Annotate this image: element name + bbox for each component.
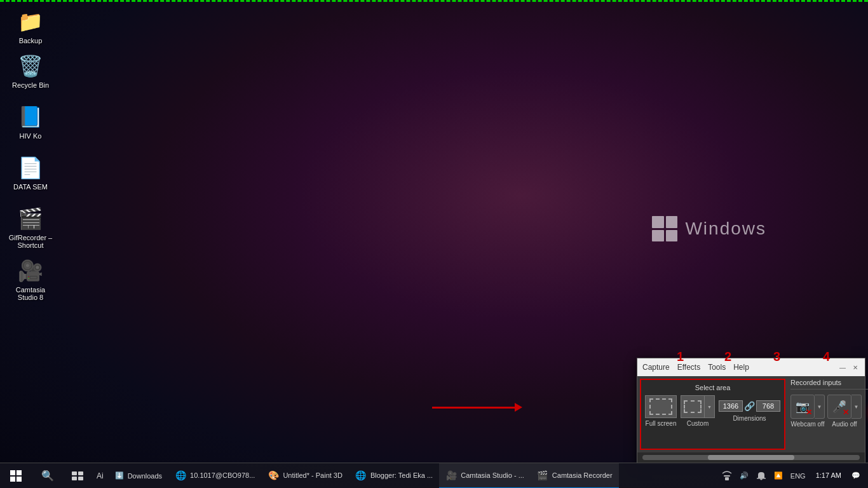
download-icon: ⬇️ — [115, 471, 124, 480]
height-input[interactable] — [756, 400, 780, 412]
taskbar-search-button[interactable]: 🔍 — [32, 463, 64, 489]
taskbar-app-camtasia-recorder[interactable]: 🎬 Camtasia Recorder — [531, 463, 619, 489]
network-icon[interactable] — [719, 463, 735, 489]
search-icon: 🔍 — [41, 470, 54, 482]
webcam-off-mark: ✕ — [806, 409, 812, 416]
webcam-label: Webcam off — [791, 421, 825, 428]
ie-label: 10.1017@CBO978... — [190, 471, 255, 479]
blogger-label: Blogger: Tedi Eka ... — [370, 471, 433, 479]
select-area-section: Select area Full screen — [640, 379, 785, 450]
start-button[interactable] — [0, 463, 32, 489]
downloads-label: Downloads — [128, 472, 162, 480]
windows-logo-text: Windows — [685, 219, 766, 239]
volume-icon[interactable]: 🔊 — [737, 463, 751, 489]
data-sem-icon: 📄 — [18, 155, 43, 180]
system-clock[interactable]: 1:17 AM — [811, 463, 846, 489]
svg-rect-6 — [757, 478, 766, 479]
fullscreen-label: Full screen — [646, 420, 677, 427]
desktop-icon-camtasia[interactable]: 🎥 Camtasia Studio 8 — [5, 255, 56, 304]
window-controls: — ✕ — [838, 363, 860, 372]
gif-recorder-label: GifRecorder – Shortcut — [8, 234, 53, 249]
record-btn-section: rec — [864, 395, 868, 427]
system-tray: 🔊 🔼 ENG 1:17 AM 💬 — [714, 463, 868, 489]
svg-rect-0 — [72, 471, 77, 475]
desktop-icon-gif-recorder[interactable]: 🎬 GifRecorder – Shortcut — [5, 203, 56, 252]
svg-rect-2 — [72, 477, 77, 480]
webcam-button[interactable]: 📷 ✕ — [790, 395, 815, 419]
inputs-row: 📷 ✕ ▼ Webcam off 🎤 ✕ — [790, 395, 868, 428]
taskbar-app-camtasia-studio[interactable]: 🎥 Camtasia Studio - ... — [439, 463, 531, 489]
svg-rect-4 — [725, 477, 729, 480]
hiv-ko-icon: 📘 — [18, 104, 43, 130]
camtasia-studio-icon: 🎥 — [445, 470, 457, 481]
ai-button[interactable]: Ai — [92, 463, 109, 489]
taskbar-app-blogger[interactable]: 🌐 Blogger: Tedi Eka ... — [349, 463, 439, 489]
windows-logo-icon — [652, 216, 677, 241]
ai-label: Ai — [97, 471, 104, 480]
audio-group: 🎤 ✕ ▼ Audio off — [827, 395, 862, 428]
webcam-dropdown-button[interactable]: ▼ — [815, 395, 825, 419]
desktop-icon-hiv-ko[interactable]: 📘 HIV Ko — [5, 102, 56, 142]
top-border — [0, 0, 868, 4]
close-button[interactable]: ✕ — [851, 363, 860, 372]
recorder-menus: Capture Effects Tools Help — [642, 363, 749, 372]
camtasia-studio-label: Camtasia Studio - ... — [461, 471, 524, 479]
desktop-icon-recycle-bin[interactable]: 🗑️ Recycle Bin — [5, 51, 56, 92]
desktop: 📁 Backup 🗑️ Recycle Bin 📘 HIV Ko 📄 DATA … — [0, 0, 868, 488]
taskbar-apps: 🌐 10.1017@CBO978... 🎨 Untitled* - Paint … — [168, 463, 714, 489]
audio-dropdown-button[interactable]: ▼ — [851, 395, 862, 419]
clock-time: 1:17 AM — [816, 471, 841, 480]
taskbar: 🔍 Ai ⬇️ Downloads 🌐 10.1017@CBO978... — [0, 463, 868, 488]
camtasia-icon: 🎥 — [18, 258, 43, 283]
dimensions-section: 🔗 Dimensions — [719, 400, 780, 422]
windows-logo: Windows — [652, 216, 766, 241]
minimize-button[interactable]: — — [838, 363, 847, 372]
annotation-arrow-1 — [432, 403, 522, 412]
blogger-icon: 🌐 — [355, 470, 367, 481]
audio-btn-row: 🎤 ✕ ▼ — [827, 395, 862, 419]
notification-icon[interactable] — [754, 463, 769, 489]
webcam-group: 📷 ✕ ▼ Webcam off — [790, 395, 825, 428]
desktop-icon-backup[interactable]: 📁 Backup — [5, 6, 56, 47]
action-center-icon[interactable]: 💬 — [849, 463, 863, 489]
data-sem-label: DATA SEM — [13, 183, 48, 191]
hiv-ko-label: HIV Ko — [20, 132, 42, 140]
custom-icon-btn[interactable] — [681, 395, 705, 418]
area-options: Full screen ▼ Custom — [645, 395, 780, 427]
dim-inputs: 🔗 — [719, 400, 780, 412]
recycle-bin-icon: 🗑️ — [18, 53, 43, 79]
right-section: Recorded inputs 📷 ✕ ▼ Webcam off — [788, 376, 868, 452]
fullscreen-button[interactable]: Full screen — [645, 395, 677, 427]
horizontal-scrollbar[interactable] — [642, 455, 860, 460]
desktop-icon-data-sem[interactable]: 📄 DATA SEM — [5, 152, 56, 193]
menu-capture[interactable]: Capture — [642, 363, 670, 372]
chevron-up-icon[interactable]: 🔼 — [771, 463, 785, 489]
paint3d-label: Untitled* - Paint 3D — [283, 471, 342, 479]
menu-effects[interactable]: Effects — [677, 363, 700, 372]
svg-rect-3 — [78, 477, 83, 480]
backup-label: Backup — [19, 37, 43, 44]
camtasia-recorder-icon: 🎬 — [537, 470, 548, 481]
task-view-button[interactable] — [64, 463, 92, 489]
custom-dropdown-button[interactable]: ▼ — [705, 395, 715, 418]
svg-rect-5 — [724, 475, 730, 477]
audio-button[interactable]: 🎤 ✕ — [827, 395, 851, 419]
taskbar-app-paint3d[interactable]: 🎨 Untitled* - Paint 3D — [261, 463, 349, 489]
ie-icon: 🌐 — [175, 470, 186, 481]
backup-icon: 📁 — [18, 9, 43, 34]
audio-label: Audio off — [832, 421, 857, 428]
downloads-button[interactable]: ⬇️ Downloads — [109, 463, 168, 489]
webcam-btn-row: 📷 ✕ ▼ — [790, 395, 825, 419]
task-view-icon — [72, 471, 83, 480]
width-input[interactable] — [719, 400, 743, 412]
audio-off-mark: ✕ — [843, 409, 849, 416]
scrollbar-thumb — [708, 455, 795, 460]
dim-link-icon[interactable]: 🔗 — [744, 401, 755, 411]
menu-tools[interactable]: Tools — [708, 363, 726, 372]
menu-help[interactable]: Help — [733, 363, 749, 372]
select-area-title: Select area — [645, 384, 780, 391]
recorder-body: Select area Full screen — [637, 376, 865, 452]
lang-indicator[interactable]: ENG — [788, 463, 808, 489]
dimensions-label: Dimensions — [733, 415, 766, 422]
taskbar-app-ie[interactable]: 🌐 10.1017@CBO978... — [168, 463, 261, 489]
